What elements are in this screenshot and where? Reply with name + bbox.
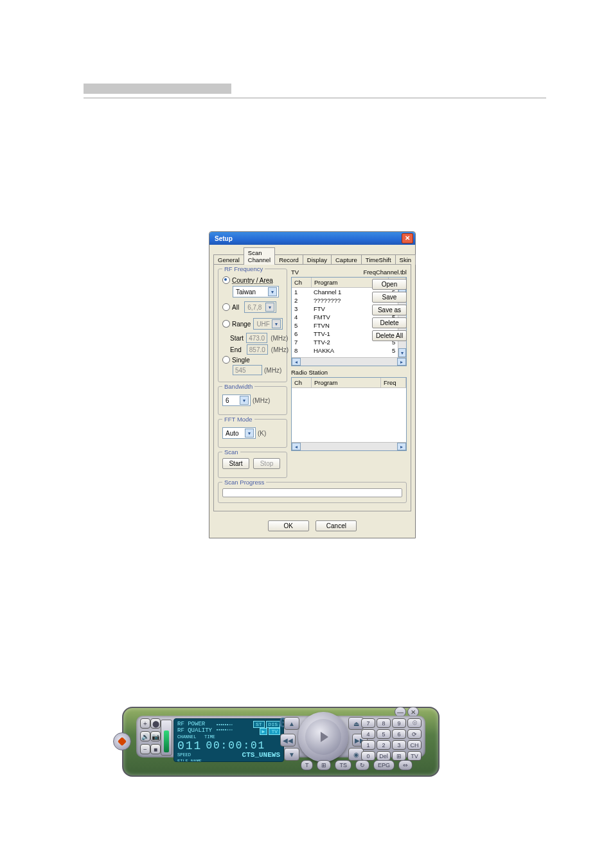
keypad-key[interactable]: 7	[361, 718, 375, 728]
keypad-key[interactable]: 9	[392, 718, 406, 728]
radio-all[interactable]	[222, 303, 230, 311]
elapsed-time: 00:00:01	[206, 740, 265, 752]
channel-caption: CHANNEL	[177, 734, 196, 740]
bottom-button[interactable]: TS	[335, 760, 351, 770]
mhz-label: (MHz)	[253, 397, 270, 404]
record-icon[interactable]: ⬤	[150, 718, 161, 729]
radio-range[interactable]	[222, 320, 230, 328]
tab-scan-channel[interactable]: Scan Channel	[244, 247, 275, 265]
lcd-panel: RF POWER RF QUALITY ▪▪▪▪▪▪▫▫▪▪▪▪▪▫▫▫ ST …	[173, 718, 284, 762]
tab-timeshift[interactable]: TimeShift	[361, 254, 396, 265]
tab-skin[interactable]: Skin	[395, 254, 416, 265]
country-label: Country / Area	[232, 277, 273, 284]
keypad-key[interactable]: ⦾	[407, 718, 422, 728]
signal-bars-icon: ▪▪▪▪▪▪▫▫▪▪▪▪▪▫▫▫	[216, 722, 233, 732]
fft-dropdown[interactable]: Auto ▾	[222, 427, 256, 439]
col-program[interactable]: Program	[312, 378, 381, 387]
keypad-key[interactable]: 3	[392, 740, 406, 750]
col-ch[interactable]: Ch	[292, 278, 312, 287]
tab-display[interactable]: Display	[303, 254, 332, 265]
section-divider	[84, 84, 231, 94]
st-badge: ST	[253, 721, 265, 728]
horizontal-scrollbar[interactable]: ◂ ▸	[292, 442, 406, 450]
radio-country[interactable]	[222, 276, 230, 284]
scan-progress-group: Scan Progress	[218, 482, 407, 503]
bandwidth-group: Bandwidth 6 ▾ (MHz)	[218, 386, 287, 415]
setup-dialog: Setup ✕ General Scan Channel Record Disp…	[209, 231, 416, 538]
keypad-key[interactable]: CH	[407, 740, 422, 750]
keypad-key[interactable]: Del	[377, 751, 391, 761]
scroll-right-icon[interactable]: ▸	[397, 358, 406, 366]
range-value: UHF	[256, 321, 270, 328]
vol-up-icon[interactable]: ▲	[284, 717, 299, 730]
fft-value: Auto	[226, 430, 239, 437]
scroll-down-icon[interactable]: ▾	[398, 348, 406, 357]
radio-single[interactable]	[222, 356, 230, 364]
save-button[interactable]: Save	[372, 292, 407, 303]
camera-icon[interactable]: 📷	[150, 731, 161, 741]
bottom-button[interactable]: T	[301, 760, 314, 770]
bottom-button[interactable]: ⊞	[317, 760, 331, 770]
stop-icon[interactable]: ■	[150, 744, 161, 754]
mhz-label: (MHz)	[264, 367, 281, 374]
titlebar[interactable]: Setup ✕	[209, 232, 415, 245]
tab-record[interactable]: Record	[274, 254, 303, 265]
keypad-key[interactable]: 8	[377, 718, 391, 728]
keypad-key[interactable]: ⟳	[407, 729, 422, 739]
chevron-down-icon: ▾	[245, 429, 254, 438]
country-row: Country / Area	[222, 276, 283, 284]
bottom-button[interactable]: ⇔	[398, 760, 413, 770]
bandwidth-dropdown[interactable]: 6 ▾	[222, 394, 251, 406]
chevron-down-icon: ▾	[272, 319, 281, 328]
radio-section-label: Radio Station	[291, 369, 407, 376]
scroll-left-icon[interactable]: ◂	[292, 443, 301, 450]
keypad-key[interactable]: ⊞	[392, 751, 406, 761]
bottom-button[interactable]: ↻	[355, 760, 369, 770]
horizontal-scrollbar[interactable]: ◂ ▸	[292, 357, 406, 366]
scroll-left-icon[interactable]: ◂	[292, 358, 301, 366]
plus-icon[interactable]: +	[140, 718, 150, 729]
move-handle-icon[interactable]	[113, 732, 131, 750]
channel-number: 011	[177, 740, 202, 752]
close-icon[interactable]: ✕	[402, 233, 413, 244]
keypad-key[interactable]: TV	[407, 751, 422, 761]
keypad-key[interactable]: 1	[361, 740, 375, 750]
play-dial[interactable]	[298, 712, 348, 762]
bottom-button[interactable]: EPG	[373, 760, 395, 770]
vol-down-icon[interactable]: ▼	[284, 748, 299, 761]
fft-legend: FFT Mode	[222, 416, 254, 423]
col-ch[interactable]: Ch	[292, 378, 312, 387]
radio-listbox[interactable]: Ch Program Freq ◂ ▸	[291, 377, 407, 451]
chevron-down-icon: ▾	[265, 303, 274, 312]
scan-start-button[interactable]: Start	[222, 458, 249, 469]
ok-button[interactable]: OK	[268, 520, 309, 531]
delete-button[interactable]: Delete	[372, 317, 407, 328]
speaker-icon[interactable]: 🔊	[140, 731, 150, 741]
keypad-key[interactable]: 0	[361, 751, 375, 761]
keypad-key[interactable]: 4	[361, 729, 375, 739]
horizontal-rule	[84, 98, 546, 98]
tab-capture[interactable]: Capture	[331, 254, 362, 265]
scan-stop-button: Stop	[253, 458, 280, 469]
saveas-button[interactable]: Save as	[372, 305, 407, 315]
tab-general[interactable]: General	[213, 254, 244, 265]
col-freq[interactable]: Freq	[381, 378, 406, 387]
deleteall-button[interactable]: Delete All	[372, 330, 407, 341]
keypad-key[interactable]: 5	[377, 729, 391, 739]
cancel-button[interactable]: Cancel	[315, 520, 357, 531]
scroll-right-icon[interactable]: ▸	[397, 443, 406, 450]
range-dropdown: UHF ▾	[253, 318, 283, 330]
minus-icon[interactable]: −	[140, 744, 150, 754]
keypad-key[interactable]: 2	[377, 740, 391, 750]
volume-meter[interactable]	[161, 720, 172, 756]
open-button[interactable]: Open	[372, 279, 407, 290]
table-row[interactable]: 8HAKKA5	[292, 346, 406, 355]
table-row[interactable]: 9CTS5	[292, 355, 406, 357]
country-dropdown[interactable]: Taiwan ▾	[233, 286, 279, 297]
time-caption: TIME	[204, 734, 215, 740]
fft-group: FFT Mode Auto ▾ (K)	[218, 419, 287, 448]
rf-frequency-group: RF Frequency Country / Area Taiwan ▾ A	[218, 269, 287, 382]
rf-quality-label: RF QUALITY	[177, 727, 212, 734]
keypad-key[interactable]: 6	[392, 729, 406, 739]
prev-icon[interactable]: ◀◀	[280, 734, 296, 747]
